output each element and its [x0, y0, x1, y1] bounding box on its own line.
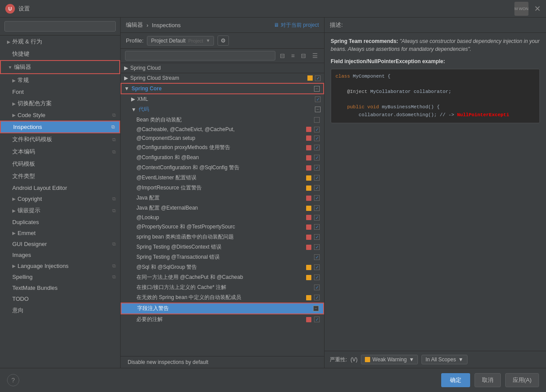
list-item[interactable]: Java 配置 — [121, 193, 324, 203]
checkbox[interactable] — [314, 165, 320, 171]
arrow-icon: ▼ — [131, 107, 136, 113]
sidebar-item-todo[interactable]: TODO — [0, 293, 120, 304]
checkbox[interactable] — [315, 75, 321, 81]
sidebar-item-code-style[interactable]: ▶ Code Style ⧉ — [0, 110, 120, 121]
filter-button[interactable]: ⊟ — [278, 51, 287, 60]
sidebar-item-emmet[interactable]: ▶ Emmet — [0, 228, 120, 239]
arrow-icon: ▶ — [124, 65, 128, 71]
sidebar-item-inlay-hints[interactable]: ▶ 镶嵌提示 ⧉ — [0, 204, 120, 217]
list-item[interactable]: @PropertySource 和 @TestPropertySourc — [121, 222, 324, 232]
checkbox[interactable] — [314, 155, 320, 160]
list-item[interactable]: 在接口/接口方法上定义的 Cache* 注解 — [121, 282, 324, 292]
list-item[interactable]: @Configuration proxyMethods 使用警告 — [121, 143, 324, 153]
sidebar-item-android-layout[interactable]: Android Layout Editor — [0, 182, 120, 193]
list-item[interactable]: @ContextConfiguration 和 @SqlConfig 警告 — [121, 163, 324, 173]
list-item[interactable]: 必要的注解 — [121, 314, 324, 324]
sidebar-item-shortcuts[interactable]: 快捷键 — [0, 48, 120, 60]
sidebar-item-file-code-templates[interactable]: 文件和代码模板 ⧉ — [0, 133, 120, 146]
list-item[interactable]: Spring Testing @Transactional 错误 — [121, 252, 324, 262]
item-label: @Configuration proxyMethods 使用警告 — [136, 144, 303, 151]
severity-dropdown[interactable]: Weak Warning ▼ — [361, 355, 418, 364]
collapse-button[interactable]: ⊟ — [299, 51, 308, 60]
list-item[interactable]: ▶ Spring Cloud Stream — [121, 73, 324, 83]
checkbox[interactable] — [314, 285, 320, 290]
sidebar-item-general[interactable]: ▶ 常规 — [0, 74, 120, 86]
sidebar-item-intention[interactable]: 意向 — [0, 304, 120, 317]
sidebar-item-spelling[interactable]: Spelling ⧉ — [0, 271, 120, 282]
checkbox[interactable] — [314, 254, 320, 260]
list-item-field-injection[interactable]: 字段注入警告 − — [121, 303, 324, 314]
sidebar-item-duplicates[interactable]: Duplicates — [0, 217, 120, 228]
checkbox-minus[interactable]: − — [315, 107, 321, 112]
list-item[interactable]: Bean 类的自动装配 — [121, 115, 324, 125]
sidebar-item-label: Emmet — [18, 230, 36, 236]
list-item[interactable]: ▼ Spring Core − — [121, 83, 324, 94]
checkbox[interactable] — [314, 135, 320, 141]
list-item[interactable]: Spring Testing @DirtiesContext 错误 — [121, 242, 324, 252]
gear-button[interactable]: ⚙ — [218, 36, 229, 46]
severity-color-box — [306, 206, 311, 211]
menu-button[interactable]: ☰ — [310, 51, 320, 60]
apply-button[interactable]: 应用(A) — [505, 373, 539, 387]
sidebar-item-textmate-bundles[interactable]: TextMate Bundles — [0, 282, 120, 293]
checkbox[interactable] — [314, 205, 320, 211]
checkbox-minus[interactable]: − — [314, 86, 320, 92]
scope-dropdown[interactable]: In All Scopes ▼ — [421, 355, 467, 364]
checkbox[interactable] — [314, 175, 320, 181]
checkbox[interactable] — [314, 295, 320, 300]
sidebar-item-label: 切换配色方案 — [18, 100, 52, 107]
checkbox[interactable] — [314, 224, 320, 230]
sidebar-item-file-types[interactable]: 文件类型 — [0, 170, 120, 182]
sidebar-item-inspections[interactable]: Inspections ⧉ — [0, 121, 120, 133]
sidebar-item-code-templates[interactable]: 代码模板 — [0, 158, 120, 170]
inspections-search-input[interactable] — [125, 51, 275, 61]
list-item[interactable]: @EventListener 配置错误 — [121, 173, 324, 183]
list-item[interactable]: @Sql 和 @SqlGroup 警告 — [121, 262, 324, 272]
sidebar-item-font[interactable]: Font — [0, 86, 120, 97]
sidebar-search-input[interactable] — [4, 21, 116, 32]
sidebar-item-images[interactable]: Images — [0, 249, 120, 260]
checkbox[interactable] — [315, 96, 321, 102]
list-item[interactable]: ▶ XML — [121, 94, 324, 104]
checkbox[interactable] — [314, 264, 320, 270]
checkbox[interactable] — [314, 127, 320, 132]
checkbox-minus[interactable]: − — [313, 306, 319, 311]
project-action-link[interactable]: 🖥 对于当前 project — [274, 21, 319, 29]
sidebar-item-copyright[interactable]: ▶ Copyright ⧉ — [0, 193, 120, 204]
list-item[interactable]: @ImportResource 位置警告 — [121, 183, 324, 193]
checkbox[interactable] — [314, 185, 320, 191]
checkbox[interactable] — [314, 215, 320, 221]
sidebar-item-color-scheme[interactable]: ▶ 切换配色方案 — [0, 97, 120, 110]
list-item[interactable]: spring bean 类构造函数中的自动装配问题 — [121, 232, 324, 242]
item-label: Spring Core — [132, 86, 312, 92]
sidebar-item-language-injections[interactable]: ▶ Language Injections ⧉ — [0, 260, 120, 271]
sidebar-item-editor[interactable]: ▼ 编辑器 — [0, 60, 120, 74]
ok-button[interactable]: 确定 — [441, 373, 470, 387]
sidebar-item-text-encoding[interactable]: 文本编码 ⧉ — [0, 146, 120, 158]
list-item[interactable]: 在无效的 Spring bean 中定义的自动装配成员 — [121, 292, 324, 303]
list-item[interactable]: @Lookup — [121, 213, 324, 222]
expand-button[interactable]: ≡ — [289, 51, 296, 60]
close-button[interactable]: ✕ — [534, 4, 541, 14]
list-item[interactable]: @Cacheable, @CacheEvict, @CachePut, — [121, 125, 324, 134]
checkbox[interactable] — [314, 117, 320, 123]
checkbox[interactable] — [314, 145, 320, 150]
list-item[interactable]: ▶ Spring Cloud — [121, 63, 324, 73]
list-item[interactable]: Java 配置 @ExternalBean — [121, 203, 324, 213]
checkbox[interactable] — [314, 274, 320, 280]
list-item[interactable]: ▼ 代码 − — [121, 104, 324, 115]
list-item[interactable]: 在同一方法上使用 @CachePut 和 @Cacheab — [121, 272, 324, 282]
cancel-button[interactable]: 取消 — [475, 373, 501, 387]
list-item[interactable]: @Configuration 和 @Bean — [121, 153, 324, 163]
sidebar-item-gui-designer[interactable]: GUI Designer ⧉ — [0, 239, 120, 249]
checkbox[interactable] — [314, 244, 320, 250]
sidebar-item-appearance[interactable]: ▶ 外观 & 行为 — [0, 36, 120, 48]
help-button[interactable]: ? — [7, 374, 19, 386]
profile-dropdown[interactable]: Project Default Project ▼ — [147, 36, 214, 46]
list-item[interactable]: @ComponentScan setup — [121, 134, 324, 143]
checkbox[interactable] — [314, 317, 320, 322]
arrow-icon: ▶ — [12, 78, 16, 83]
checkbox[interactable] — [314, 234, 320, 240]
checkbox[interactable] — [314, 195, 320, 201]
severity-color-box — [306, 245, 311, 250]
